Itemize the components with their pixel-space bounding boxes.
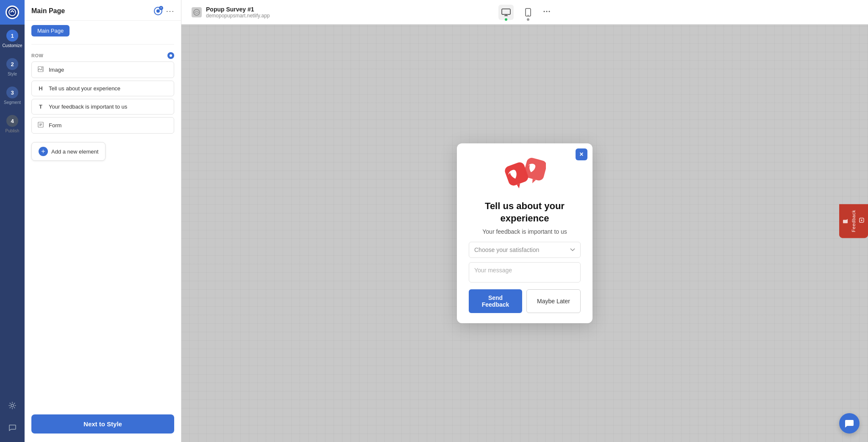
element-heading-label: Tell us about your experience <box>49 85 120 92</box>
svg-point-16 <box>549 11 550 12</box>
text-icon: T <box>37 104 45 110</box>
add-element-wrap: + Add a new element <box>25 134 181 169</box>
element-form[interactable]: Form <box>31 117 174 134</box>
element-form-label: Form <box>49 122 61 129</box>
popup-illustration <box>504 155 546 193</box>
top-bar: Popup Survey #1 demopopupsmart.netlify.a… <box>181 0 868 25</box>
feedback-tab-inner[interactable]: Feedback <box>839 204 868 238</box>
step-2-circle: 2 <box>6 58 18 70</box>
heading-icon: H <box>37 85 45 92</box>
monitor-button[interactable] <box>498 5 514 20</box>
top-bar-left: Popup Survey #1 demopopupsmart.netlify.a… <box>192 6 270 19</box>
add-element-label: Add a new element <box>51 148 98 155</box>
add-element-button[interactable]: + Add a new element <box>31 142 106 161</box>
step-4-label: Publish <box>6 129 19 133</box>
next-button-wrap: Next to Style <box>25 414 181 442</box>
step-3-label: Segment <box>4 100 21 105</box>
element-text-label: Your feedback is important to us <box>49 104 127 110</box>
add-indicator: + <box>154 7 162 15</box>
maybe-later-button[interactable]: Maybe Later <box>526 289 581 313</box>
image-icon <box>37 66 45 73</box>
page-pill-row: Main Page <box>25 21 181 41</box>
panel-title: Main Page <box>31 7 65 15</box>
row-indicator <box>167 52 174 59</box>
logo-icon <box>6 6 19 19</box>
device-switcher <box>498 5 551 20</box>
element-image-label: Image <box>49 67 64 73</box>
feedback-tab-label: Feedback <box>851 210 856 232</box>
popup-subtitle: Your feedback is important to us <box>482 228 567 235</box>
step-3-circle: 3 <box>6 87 18 98</box>
step-4-circle: 4 <box>6 115 18 127</box>
step-1-customize[interactable]: 1 Customize <box>0 25 25 53</box>
main-page-pill[interactable]: Main Page <box>31 25 70 36</box>
element-heading[interactable]: H Tell us about your experience <box>31 81 174 96</box>
add-icon: + <box>39 147 48 156</box>
svg-point-14 <box>544 11 545 12</box>
step-2-label: Style <box>8 72 17 76</box>
divider-1 <box>31 44 174 45</box>
tablet-button[interactable] <box>520 5 536 20</box>
popup-buttons: Send Feedback Maybe Later <box>469 289 581 313</box>
svg-point-1 <box>11 404 14 407</box>
top-bar-info: Popup Survey #1 demopopupsmart.netlify.a… <box>206 6 270 19</box>
svg-point-3 <box>42 67 43 69</box>
svg-marker-20 <box>531 179 536 184</box>
step-1-circle: 1 <box>6 30 18 42</box>
popup-modal: × <box>457 143 593 323</box>
step-4-publish[interactable]: 4 Publish <box>0 110 25 138</box>
panel-sidebar: Main Page + ⋯ Main Page ROW Image <box>25 0 181 442</box>
element-text[interactable]: T Your feedback is important to us <box>31 99 174 115</box>
main-preview: Popup Survey #1 demopopupsmart.netlify.a… <box>181 0 868 442</box>
app-title: Popup Survey #1 <box>206 6 270 13</box>
element-image[interactable]: Image <box>31 62 174 78</box>
monitor-active-dot <box>505 18 507 21</box>
svg-point-13 <box>528 15 529 16</box>
settings-button[interactable] <box>5 398 20 413</box>
more-options-button[interactable] <box>542 7 551 17</box>
preview-canvas: × <box>181 25 868 442</box>
step-2-style[interactable]: 2 Style <box>0 53 25 81</box>
next-to-style-button[interactable]: Next to Style <box>31 414 174 434</box>
row-label: ROW <box>31 53 43 58</box>
tablet-dot <box>527 18 529 21</box>
svg-point-0 <box>9 9 16 16</box>
step-3-segment[interactable]: 3 Segment <box>0 81 25 110</box>
site-icon <box>192 7 202 17</box>
send-feedback-button[interactable]: Send Feedback <box>469 289 522 313</box>
popup-close-button[interactable]: × <box>576 148 587 160</box>
step-1-label: Customize <box>2 43 22 48</box>
logo-button[interactable] <box>0 0 25 25</box>
panel-header: Main Page + ⋯ <box>25 0 181 21</box>
nav-bottom <box>5 398 20 442</box>
chat-icon-button[interactable] <box>5 420 20 435</box>
element-list: Image H Tell us about your experience T … <box>25 62 181 134</box>
svg-rect-9 <box>502 9 510 14</box>
panel-more-button[interactable]: ⋯ <box>166 7 174 15</box>
satisfaction-select[interactable]: Choose your satisfaction Very Satisfied … <box>469 242 581 258</box>
svg-point-15 <box>546 11 548 12</box>
popup-title: Tell us about your experience <box>469 200 581 224</box>
feedback-side-tab[interactable]: Feedback <box>839 204 868 238</box>
app-url: demopopupsmart.netlify.app <box>206 13 270 19</box>
chat-support-button[interactable] <box>839 413 860 434</box>
form-icon <box>37 122 45 129</box>
row-section-header: ROW <box>25 48 181 62</box>
message-textarea[interactable] <box>469 262 581 283</box>
left-sidebar: 1 Customize 2 Style 3 Segment 4 Publish <box>0 0 25 442</box>
